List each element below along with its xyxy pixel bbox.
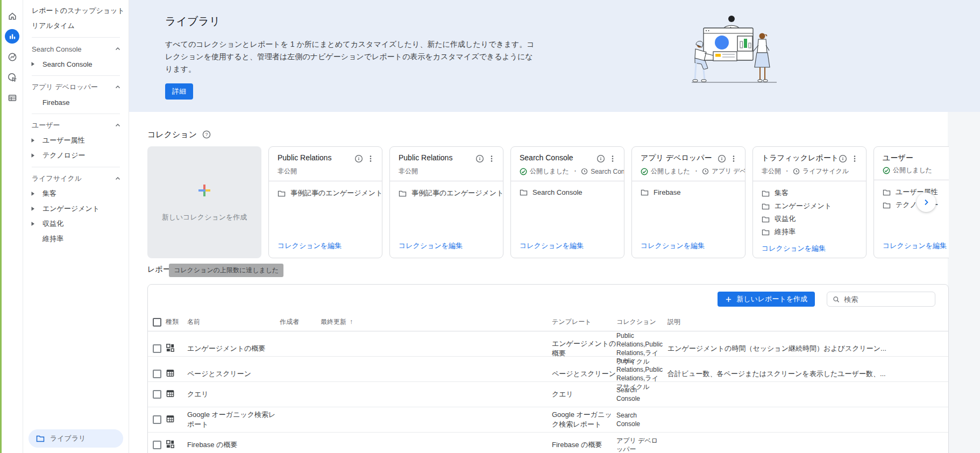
col-header-name[interactable]: 名前 <box>187 317 280 327</box>
home-icon[interactable] <box>5 9 19 23</box>
sidebar-item-report-snapshot[interactable]: レポートのスナップショット <box>23 3 129 18</box>
edit-collection-link[interactable]: コレクションを編集 <box>399 242 463 250</box>
row-checkbox[interactable] <box>153 390 161 399</box>
info-icon[interactable] <box>716 153 728 164</box>
report-search-box[interactable] <box>827 292 935 307</box>
col-header-creator[interactable]: 作成者 <box>280 317 321 327</box>
expand-triangle-icon <box>31 61 42 67</box>
collection-topic: 収益化 <box>762 214 857 224</box>
report-name: エンゲージメントの概要 <box>187 344 280 353</box>
info-icon[interactable] <box>353 153 365 164</box>
collection-status: 非公開 <box>278 167 297 176</box>
info-icon[interactable] <box>474 153 486 164</box>
status-separator: ・ <box>572 167 578 176</box>
sidebar-item-user-attributes[interactable]: ユーザー属性 <box>23 133 129 148</box>
sidebar-item-firebase[interactable]: Firebase <box>23 95 129 110</box>
published-check-icon <box>883 167 890 174</box>
table-row[interactable]: クエリ クエリ Search Console <box>148 382 948 407</box>
kebab-menu-icon[interactable] <box>728 153 740 164</box>
report-name: Google オーガニック検索レポート <box>187 410 280 429</box>
sidebar-item-label: エンゲージメント <box>42 204 100 214</box>
report-template: ページとスクリーン <box>552 369 616 379</box>
sidebar-section-label: アプリ デベロッパー <box>32 82 98 92</box>
collection-topic: 集客 <box>762 188 857 198</box>
kebab-menu-icon[interactable] <box>849 153 861 164</box>
table-row[interactable]: Firebase の概要 Firebase の概要 アプリ デベロッパー <box>148 433 948 453</box>
sidebar-item-monetization[interactable]: 収益化 <box>23 216 129 231</box>
collection-title: アプリ デベロッパー <box>641 153 716 163</box>
table-row[interactable]: ページとスクリーン ページとスクリーン Public Relations,Pub… <box>148 357 948 382</box>
col-header-description[interactable]: 説明 <box>667 317 948 327</box>
help-icon[interactable]: ? <box>202 130 211 139</box>
edit-collection-link[interactable]: コレクションを編集 <box>762 244 826 252</box>
row-checkbox[interactable] <box>153 415 161 424</box>
edit-collection-link[interactable]: コレクションを編集 <box>883 242 947 250</box>
sidebar-section-lifecycle[interactable]: ライフサイクル <box>23 171 129 186</box>
advertising-icon[interactable] <box>5 70 19 84</box>
chevron-up-icon <box>115 46 121 52</box>
edit-collection-link[interactable]: コレクションを編集 <box>641 242 705 250</box>
table-row[interactable]: Google オーガニック検索レポート Google オーガニック検索レポート … <box>148 407 948 433</box>
collection-topic: エンゲージメント <box>762 201 857 211</box>
search-input[interactable] <box>844 295 929 303</box>
table-row[interactable]: エンゲージメントの概要 エンゲージメントの概要 Public Relations… <box>148 331 948 357</box>
app-window: レポートのスナップショット リアルタイム Search Console Sear… <box>0 0 980 453</box>
collection-status: 公開しました <box>893 166 932 175</box>
sidebar-item-search-console[interactable]: Search Console <box>23 56 129 72</box>
collection-topic: Firebase <box>641 188 736 196</box>
chevron-up-icon <box>115 122 121 129</box>
select-all-checkbox[interactable] <box>153 318 161 327</box>
sidebar-item-label: テクノロジー <box>42 151 86 160</box>
sidebar-item-realtime[interactable]: リアルタイム <box>23 18 129 33</box>
collections-carousel: 新しいコレクションを作成 Public Relations 非公開 <box>147 146 949 258</box>
create-report-button[interactable]: 新しいレポートを作成 <box>718 292 815 307</box>
folder-icon <box>762 229 770 236</box>
folder-icon <box>883 202 891 209</box>
status-separator: ・ <box>693 167 699 176</box>
info-icon[interactable] <box>837 153 849 164</box>
sidebar-section-user[interactable]: ユーザー <box>23 118 129 133</box>
info-icon[interactable] <box>595 153 607 164</box>
sidebar-item-label: 集客 <box>42 189 56 199</box>
col-header-last-updated[interactable]: 最終更新↑ <box>321 317 552 327</box>
table-header-row: 種類 名前 作成者 最終更新↑ テンプレート コレクション 説明 <box>148 313 948 331</box>
sidebar-section-search-console[interactable]: Search Console <box>23 41 129 56</box>
row-checkbox[interactable] <box>153 370 161 378</box>
edit-collection-link[interactable]: コレクションを編集 <box>278 242 342 250</box>
sidebar-item-engagement[interactable]: エンゲージメント <box>23 201 129 216</box>
edit-collection-link[interactable]: コレクションを編集 <box>520 242 584 250</box>
sidebar-divider <box>32 167 120 167</box>
create-collection-label: 新しいコレクションを作成 <box>162 213 247 222</box>
collection-title: トラフィックレポート ... <box>762 153 837 163</box>
sidebar-divider <box>32 37 120 38</box>
kebab-menu-icon[interactable] <box>365 153 377 164</box>
sidebar-section-app-developer[interactable]: アプリ デベロッパー <box>23 80 129 95</box>
col-header-template[interactable]: テンプレート <box>552 317 616 327</box>
admin-table-icon[interactable] <box>5 90 19 105</box>
create-collection-card[interactable]: 新しいコレクションを作成 <box>147 146 261 258</box>
row-checkbox[interactable] <box>153 344 161 353</box>
explore-icon[interactable] <box>5 49 19 64</box>
collection-card: Public Relations 非公開 事例記事のエンゲージメント <box>268 146 382 258</box>
carousel-next-button[interactable] <box>917 193 936 212</box>
status-separator: ・ <box>784 167 790 176</box>
kebab-menu-icon[interactable] <box>486 153 498 164</box>
folder-icon <box>399 190 407 197</box>
report-template: エンゲージメントの概要 <box>552 339 616 358</box>
details-button[interactable]: 詳細 <box>165 83 193 100</box>
sidebar-divider <box>32 75 120 76</box>
col-header-type[interactable]: 種類 <box>166 317 187 327</box>
sidebar-item-acquisition[interactable]: 集客 <box>23 186 129 201</box>
kebab-menu-icon[interactable] <box>607 153 619 164</box>
history-clock-icon <box>581 168 588 175</box>
sidebar-item-retention[interactable]: 維持率 <box>23 231 129 246</box>
reports-icon[interactable] <box>5 29 19 44</box>
col-header-collection[interactable]: コレクション <box>616 317 667 327</box>
row-checkbox[interactable] <box>153 441 161 449</box>
report-collection: Search Console <box>616 386 667 403</box>
sidebar-section-label: Search Console <box>32 45 82 53</box>
sidebar-item-technology[interactable]: テクノロジー <box>23 148 129 163</box>
table-report-icon <box>166 389 175 398</box>
collection-card: トラフィックレポート ... 非公開 ・ ライフサイクル <box>752 146 867 258</box>
sidebar-item-library[interactable]: ライブラリ <box>29 429 123 448</box>
